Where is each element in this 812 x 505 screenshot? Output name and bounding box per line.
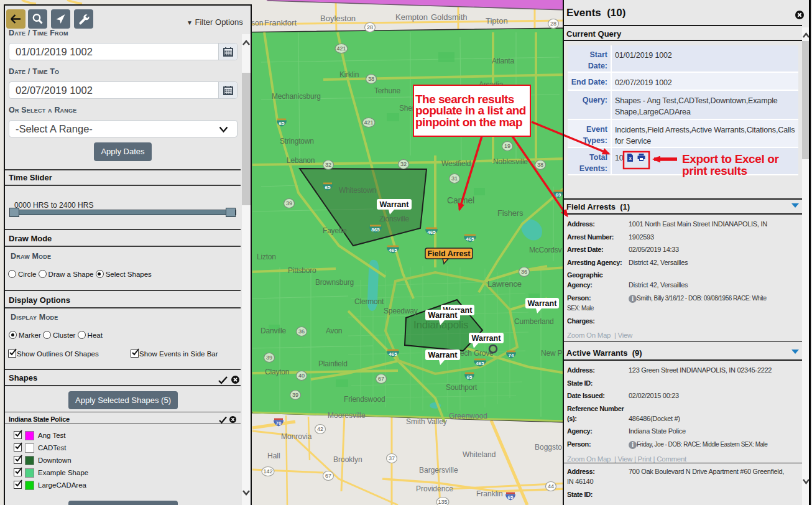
- svg-text:421: 421: [364, 119, 373, 126]
- svg-text:Cumberland: Cumberland: [514, 317, 553, 326]
- svg-text:Warrant: Warrant: [428, 311, 458, 320]
- svg-text:Atlanta: Atlanta: [492, 57, 514, 65]
- svg-text:Boggsto: Boggsto: [535, 443, 562, 452]
- svg-text:465: 465: [427, 229, 436, 235]
- svg-text:36: 36: [521, 269, 527, 275]
- svg-text:Plainfield: Plainfield: [318, 359, 348, 368]
- svg-text:Tipton: Tipton: [486, 16, 508, 25]
- svg-text:Pittsboro: Pittsboro: [288, 266, 316, 275]
- svg-text:465: 465: [466, 236, 474, 242]
- svg-text:ech Grove: ech Grove: [460, 349, 494, 358]
- svg-text:Fayette: Fayette: [323, 226, 347, 235]
- svg-text:Mooresville: Mooresville: [328, 411, 366, 420]
- svg-text:70: 70: [276, 420, 282, 426]
- svg-text:67: 67: [378, 376, 384, 382]
- svg-text:McCordsv: McCordsv: [529, 246, 562, 254]
- svg-text:Clermont: Clermont: [354, 297, 384, 306]
- svg-text:28: 28: [550, 21, 556, 27]
- svg-text:Boyleston: Boyleston: [320, 14, 356, 23]
- svg-text:son: son: [251, 19, 263, 27]
- svg-text:Warrant: Warrant: [528, 299, 558, 308]
- svg-text:Mechanicsburg: Mechanicsburg: [272, 92, 321, 101]
- svg-text:Friendswood: Friendswood: [344, 395, 385, 404]
- svg-text:Brooklyn: Brooklyn: [333, 455, 362, 464]
- svg-text:Terhune: Terhune: [374, 86, 400, 95]
- svg-text:65: 65: [467, 374, 473, 380]
- svg-text:Lebanon: Lebanon: [287, 156, 315, 165]
- svg-text:39: 39: [292, 392, 298, 398]
- svg-text:Greenwood: Greenwood: [449, 412, 487, 420]
- svg-text:Whitestown: Whitestown: [339, 186, 376, 195]
- svg-text:New P: New P: [541, 349, 563, 358]
- svg-text:67: 67: [325, 473, 331, 479]
- svg-text:x: x: [629, 156, 632, 160]
- svg-text:Lizton: Lizton: [257, 253, 276, 261]
- svg-text:28: 28: [367, 24, 373, 30]
- svg-text:40: 40: [298, 373, 305, 379]
- svg-text:465: 465: [476, 361, 484, 366]
- svg-text:421: 421: [336, 45, 346, 52]
- svg-text:Avon: Avon: [326, 327, 342, 335]
- svg-text:Stringtown: Stringtown: [280, 137, 314, 146]
- svg-text:465: 465: [389, 351, 397, 357]
- svg-text:Clayton: Clayton: [265, 368, 289, 376]
- svg-text:Warrant: Warrant: [428, 351, 458, 359]
- svg-text:Frankfort: Frankfort: [264, 18, 297, 27]
- svg-text:42: 42: [317, 426, 323, 432]
- svg-text:Lawrence: Lawrence: [487, 279, 522, 289]
- svg-text:Franklin: Franklin: [476, 489, 503, 498]
- svg-text:39: 39: [266, 354, 272, 361]
- svg-text:Arcadia: Arcadia: [479, 80, 504, 89]
- svg-text:32: 32: [325, 162, 331, 168]
- svg-text:69: 69: [556, 192, 561, 198]
- svg-text:Whiteland: Whiteland: [463, 450, 496, 459]
- svg-text:65: 65: [325, 185, 331, 190]
- svg-text:Goldsmith: Goldsmith: [431, 12, 468, 22]
- svg-text:465: 465: [389, 248, 397, 253]
- svg-text:74: 74: [509, 353, 514, 358]
- svg-text:Providence: Providence: [416, 484, 453, 493]
- svg-text:Field Arrest: Field Arrest: [427, 249, 471, 258]
- svg-text:38: 38: [537, 162, 543, 168]
- svg-text:Danville: Danville: [261, 327, 287, 335]
- svg-text:Noblesville: Noblesville: [493, 157, 528, 166]
- svg-text:Monrovia: Monrovia: [281, 432, 312, 441]
- svg-text:Brownsburg: Brownsburg: [315, 278, 354, 287]
- svg-text:Fishers: Fishers: [497, 208, 524, 218]
- svg-text:Smith Valley: Smith Valley: [406, 417, 447, 426]
- svg-text:Speedway: Speedway: [384, 307, 418, 315]
- svg-text:Zionsville: Zionsville: [379, 215, 410, 223]
- svg-text:Westfield: Westfield: [441, 159, 471, 168]
- svg-text:142: 142: [263, 468, 272, 475]
- svg-text:44: 44: [548, 483, 554, 489]
- svg-text:32: 32: [400, 161, 407, 167]
- svg-text:38: 38: [368, 76, 374, 82]
- svg-text:36: 36: [298, 328, 305, 335]
- svg-text:Carmel: Carmel: [447, 195, 474, 205]
- svg-text:Sheridan: Sheridan: [399, 104, 428, 113]
- svg-text:65: 65: [508, 494, 514, 500]
- svg-text:Kempton: Kempton: [395, 12, 428, 22]
- svg-text:Southport: Southport: [446, 383, 478, 392]
- svg-text:31: 31: [451, 175, 458, 182]
- svg-text:865: 865: [371, 227, 380, 233]
- svg-text:Kirklin: Kirklin: [339, 70, 359, 79]
- svg-text:135: 135: [438, 499, 447, 505]
- svg-text:Bargersville: Bargersville: [419, 466, 458, 475]
- svg-text:Hall: Hall: [267, 452, 280, 460]
- svg-text:39: 39: [286, 200, 292, 206]
- svg-text:Warrant: Warrant: [472, 334, 502, 343]
- svg-text:19: 19: [504, 143, 510, 149]
- svg-text:Warrant: Warrant: [380, 200, 410, 209]
- svg-text:65: 65: [279, 121, 285, 126]
- svg-text:37: 37: [389, 455, 395, 461]
